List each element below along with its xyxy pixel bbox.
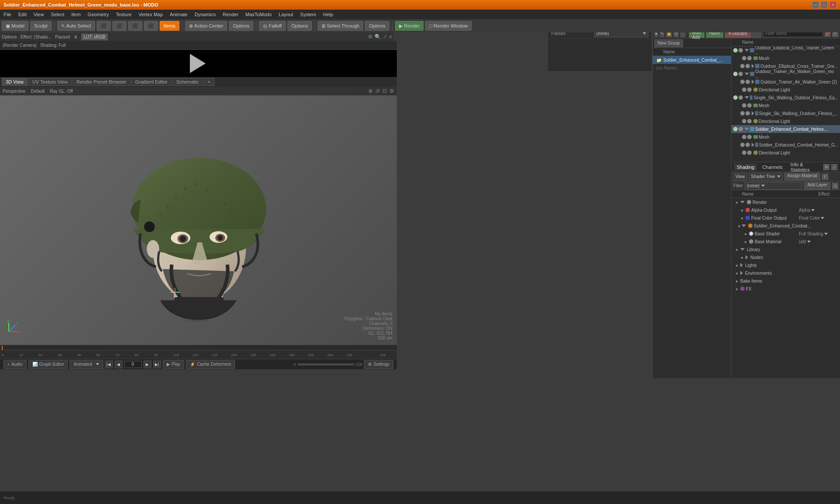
vis-icon[interactable]: ● bbox=[742, 230, 749, 237]
collapse-icon[interactable] bbox=[746, 255, 748, 259]
options3-btn[interactable]: Options bbox=[365, 21, 389, 31]
tab-3d-view[interactable]: 3D View bbox=[2, 78, 28, 86]
shader-item-soldier-material[interactable]: ● Soldier_Enhanced_Combat... bbox=[732, 222, 840, 230]
shading-expand-icon[interactable]: ⤢ bbox=[831, 164, 837, 170]
render-window-btn[interactable]: □ Render Window bbox=[425, 21, 472, 31]
vis-icon[interactable]: ● bbox=[738, 254, 746, 261]
collapse-icon[interactable] bbox=[740, 263, 743, 267]
transform-btn-4[interactable]: ⬛ bbox=[144, 21, 158, 31]
select-through-btn[interactable]: ⊞ Select Through bbox=[318, 21, 363, 31]
list-item[interactable]: Outdoor_Trainer_Air_Walker_Green_mo ... bbox=[732, 70, 840, 78]
list-item[interactable]: Mesh bbox=[732, 133, 840, 141]
shader-item-bake-items[interactable]: ● Bake Items bbox=[732, 277, 840, 285]
settings-icon[interactable]: ⚙ bbox=[368, 34, 373, 40]
maximize-btn[interactable]: □ bbox=[821, 1, 828, 8]
shader-item-lights[interactable]: ● Lights bbox=[732, 261, 840, 269]
transform-btn-3[interactable]: ⬛ bbox=[128, 21, 142, 31]
item-list-content[interactable]: Outdoor_Elliptical_Cross_Trainer_Green .… bbox=[732, 46, 840, 169]
transform-btn-1[interactable]: ⬛ bbox=[97, 21, 111, 31]
tab-info-statistics[interactable]: Info & Statistics bbox=[788, 161, 821, 173]
vis-icon[interactable]: ● bbox=[733, 199, 740, 206]
vis-icon[interactable]: ● bbox=[733, 270, 740, 276]
play-button-large[interactable] bbox=[190, 54, 207, 73]
animated-dropdown[interactable]: Animated bbox=[70, 360, 103, 369]
close-btn[interactable]: ✕ bbox=[830, 1, 836, 8]
shader-item-final-color[interactable]: ● Final Color Output Final Color bbox=[732, 214, 840, 222]
tab-uv-texture-view[interactable]: UV Texture View bbox=[28, 78, 72, 86]
list-item[interactable]: Directional Light bbox=[732, 86, 840, 94]
ray-gl-label[interactable]: Ray GL: Off bbox=[50, 89, 73, 94]
settings-btn[interactable]: ⚙ Settings bbox=[364, 360, 393, 369]
collapse-icon[interactable] bbox=[740, 248, 745, 251]
frame-range-bar[interactable] bbox=[298, 364, 354, 365]
vis-icon[interactable]: ● bbox=[742, 238, 749, 245]
list-item[interactable]: Single_Ski_Walking_Outdoor_Fitness_... bbox=[732, 109, 840, 117]
render-btn[interactable]: ▶ Render bbox=[395, 21, 424, 31]
shader-item-alpha-output[interactable]: ● Alpha Output Alpha bbox=[732, 206, 840, 214]
menu-view[interactable]: View bbox=[30, 11, 48, 18]
vis-icon[interactable]: ● bbox=[733, 277, 740, 284]
vis-icon[interactable]: ● bbox=[733, 285, 740, 292]
filter-dropdown[interactable]: (none) bbox=[745, 182, 802, 190]
menu-animate[interactable]: Animate bbox=[166, 11, 191, 18]
zoom-reset-icon[interactable]: ↺ bbox=[375, 88, 380, 94]
falloff-btn[interactable]: ◎ Falloff bbox=[259, 21, 286, 31]
shader-tree-dropdown[interactable]: Shader Tree bbox=[749, 173, 783, 181]
menu-item[interactable]: Item bbox=[68, 11, 84, 18]
menu-texture[interactable]: Texture bbox=[112, 11, 135, 18]
prev-frame-btn[interactable]: ◀ bbox=[115, 360, 122, 368]
menu-maxtomodo[interactable]: MaxToModo bbox=[242, 11, 275, 18]
list-item[interactable]: Single_Ski_Walking_Outdoor_Fitness_Eq... bbox=[732, 94, 840, 102]
tab-add[interactable]: + bbox=[203, 78, 214, 86]
fit-icon[interactable]: ⊡ bbox=[382, 88, 387, 94]
shader-item-environments[interactable]: ● Environments bbox=[732, 269, 840, 277]
transform-btn-2[interactable]: ⬛ bbox=[112, 21, 126, 31]
list-item[interactable]: Directional Light bbox=[732, 149, 840, 157]
auto-select-btn[interactable]: ↖ Auto Select bbox=[57, 21, 95, 31]
collapse-icon[interactable] bbox=[740, 201, 745, 203]
audio-btn[interactable]: ♪ Audio bbox=[4, 360, 27, 369]
list-item[interactable]: Directional Light bbox=[732, 117, 840, 125]
paused-label[interactable]: Paused bbox=[55, 35, 70, 39]
add-layer-btn[interactable]: Add Layer bbox=[804, 182, 830, 190]
vis-icon[interactable]: ● bbox=[737, 222, 742, 229]
menu-system[interactable]: System bbox=[297, 11, 320, 18]
list-item[interactable]: Outdoor_Elliptical_Cross_Trainer_Green .… bbox=[732, 46, 840, 54]
tab-schematic[interactable]: Schematic bbox=[172, 78, 203, 86]
mode-model-btn[interactable]: ▣ Model bbox=[2, 21, 28, 31]
perspective-label[interactable]: Perspective bbox=[3, 89, 25, 94]
list-item[interactable]: Soldier_Enhanced_Combat_Helmet_G... bbox=[732, 141, 840, 149]
tab-channels[interactable]: Channels bbox=[760, 164, 785, 171]
menu-help[interactable]: Help bbox=[320, 11, 337, 18]
add-layer-s-icon[interactable]: S bbox=[832, 183, 838, 189]
list-item[interactable]: Mesh bbox=[732, 102, 840, 109]
shading-label[interactable]: Shading: Full bbox=[40, 43, 66, 48]
shader-f-icon[interactable]: F bbox=[822, 174, 828, 180]
options1-btn[interactable]: Options bbox=[229, 21, 253, 31]
list-item[interactable]: Outdoor_Trainer_Air_Walker_Green (2) bbox=[732, 78, 840, 86]
list-item-selected[interactable]: Soldier_Enhanced_Combat_Helme... bbox=[732, 125, 840, 133]
render-camera-label[interactable]: (Render Camera) bbox=[3, 43, 37, 48]
options-label[interactable]: Options bbox=[2, 35, 17, 39]
play-pause-btn[interactable]: ▶ bbox=[144, 360, 151, 368]
shader-item-base-material[interactable]: ● Base Material (all) bbox=[732, 238, 840, 245]
menu-select[interactable]: Select bbox=[47, 11, 68, 18]
viewport-3d[interactable]: Perspective Default Ray GL: Off ⊕ ↺ ⊡ ⚙ bbox=[0, 87, 397, 345]
menu-geometry[interactable]: Geometry bbox=[84, 11, 112, 18]
group-item-selected[interactable]: 📁 Soldier_Enhanced_Combat_... bbox=[653, 56, 731, 64]
more-icon[interactable]: ≡ bbox=[389, 34, 392, 40]
shader-item-base-shader[interactable]: ● Base Shader Full Shading bbox=[732, 230, 840, 238]
tab-gradient-editor[interactable]: Gradient Editor bbox=[131, 78, 172, 86]
effect-label[interactable]: Effect: (Shadu... bbox=[20, 35, 52, 39]
shader-tree-content[interactable]: ● Render ● Alpha Output Alpha ● Fin bbox=[732, 198, 840, 329]
zoom-icon[interactable]: 🔍 bbox=[374, 34, 381, 40]
vis-icon[interactable]: ● bbox=[733, 262, 740, 269]
shader-item-render[interactable]: ● Render bbox=[732, 198, 840, 206]
menu-layout[interactable]: Layout bbox=[275, 11, 297, 18]
collapse-icon[interactable] bbox=[742, 224, 746, 227]
next-frame-btn[interactable]: ▶| bbox=[153, 360, 161, 368]
list-item[interactable]: Mesh bbox=[732, 54, 840, 62]
items-btn[interactable]: Items bbox=[160, 21, 179, 31]
mode-sculpt-btn[interactable]: Sculpt bbox=[30, 21, 52, 31]
menu-dynamics[interactable]: Dynamics bbox=[191, 11, 219, 18]
